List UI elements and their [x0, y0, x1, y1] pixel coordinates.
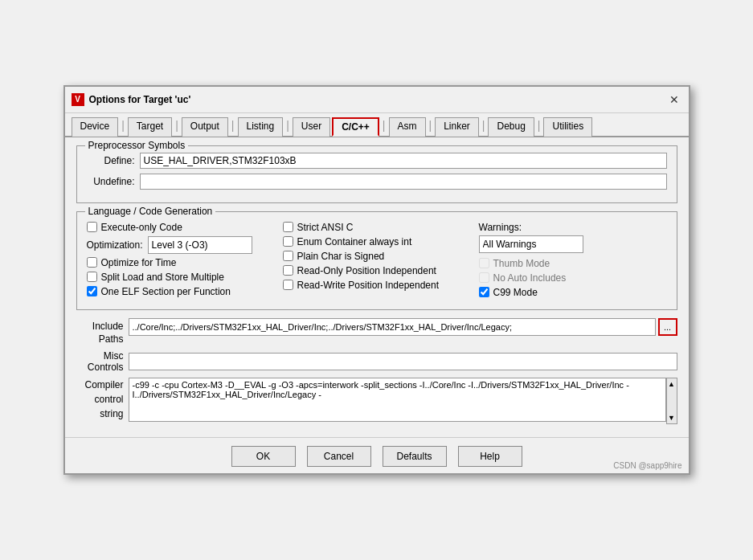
main-content: Preprocessor Symbols Define: Undefine: L… — [65, 137, 689, 437]
read-write-label: Read-Write Position Independent — [297, 280, 440, 291]
c99-mode-row: C99 Mode — [479, 287, 667, 298]
tab-sep-2: | — [174, 116, 180, 136]
plain-char-label: Plain Char is Signed — [297, 251, 385, 262]
app-icon: V — [72, 93, 84, 106]
one-elf-checkbox[interactable] — [87, 286, 97, 296]
title-bar: V Options for Target 'uc' ✕ — [65, 87, 689, 113]
dialog-title: Options for Target 'uc' — [89, 94, 191, 105]
tab-sep-5: | — [381, 116, 387, 136]
define-row: Define: — [87, 153, 667, 169]
c99-mode-label: C99 Mode — [493, 287, 538, 298]
tab-asm[interactable]: Asm — [389, 117, 426, 137]
warnings-select[interactable]: All Warnings — [479, 235, 583, 253]
execute-only-label: Execute-only Code — [101, 222, 182, 233]
dialog-footer: OK Cancel Defaults Help — [65, 437, 689, 473]
col1: Execute-only Code Optimization: Level 3 … — [87, 222, 275, 301]
compiler-label: Compilercontrolstring — [76, 378, 129, 421]
tab-bar: Device | Target | Output | Listing | Use… — [65, 113, 689, 137]
optimization-label: Optimization: — [87, 239, 143, 251]
tab-debug[interactable]: Debug — [488, 117, 534, 137]
warnings-label: Warnings: — [479, 222, 667, 233]
language-group: Language / Code Generation Execute-only … — [76, 211, 677, 310]
plain-char-row: Plain Char is Signed — [283, 251, 471, 262]
strict-ansi-checkbox[interactable] — [283, 222, 293, 232]
misc-controls-row: MiscControls — [76, 350, 677, 373]
language-group-title: Language / Code Generation — [85, 206, 216, 217]
undefine-input[interactable] — [140, 174, 667, 190]
tab-user[interactable]: User — [293, 117, 330, 137]
read-write-checkbox[interactable] — [283, 280, 293, 290]
no-auto-includes-label: No Auto Includes — [493, 272, 567, 284]
preprocessor-group-title: Preprocessor Symbols — [85, 140, 189, 151]
thumb-mode-row: Thumb Mode — [479, 258, 667, 269]
defaults-button[interactable]: Defaults — [383, 446, 447, 467]
cancel-button[interactable]: Cancel — [307, 446, 371, 467]
read-only-row: Read-Only Position Independent — [283, 265, 471, 276]
help-button[interactable]: Help — [458, 446, 522, 467]
include-paths-input[interactable] — [129, 318, 656, 336]
options-dialog: V Options for Target 'uc' ✕ Device | Tar… — [63, 85, 690, 475]
read-only-label: Read-Only Position Independent — [297, 265, 436, 276]
misc-controls-input[interactable] — [129, 353, 677, 370]
tab-utilities[interactable]: Utilities — [543, 117, 592, 137]
optimization-select[interactable]: Level 3 (-O3) — [148, 236, 252, 254]
include-paths-label: IncludePaths — [76, 318, 129, 345]
compiler-textarea-wrapper: -c99 -c -cpu Cortex-M3 -D__EVAL -g -O3 -… — [129, 378, 677, 424]
split-load-label: Split Load and Store Multiple — [101, 272, 224, 283]
tab-listing[interactable]: Listing — [238, 117, 284, 137]
browse-button[interactable]: ... — [658, 318, 677, 336]
ok-button[interactable]: OK — [231, 446, 296, 467]
compiler-scrollbar[interactable]: ▲ ▼ — [666, 378, 677, 424]
optimize-time-checkbox[interactable] — [87, 257, 97, 268]
tab-sep-1: | — [120, 116, 126, 136]
define-input[interactable] — [140, 153, 667, 169]
c99-mode-checkbox[interactable] — [479, 287, 489, 297]
tab-sep-7: | — [481, 116, 487, 136]
no-auto-includes-checkbox — [479, 272, 489, 283]
enum-container-label: Enum Container always int — [297, 236, 412, 247]
compiler-row: Compilercontrolstring -c99 -c -cpu Corte… — [76, 378, 677, 424]
tab-linker[interactable]: Linker — [435, 117, 479, 137]
strict-ansi-row: Strict ANSI C — [283, 222, 471, 233]
optimization-row: Optimization: Level 3 (-O3) — [87, 236, 275, 254]
enum-container-checkbox[interactable] — [283, 236, 293, 247]
execute-only-checkbox[interactable] — [87, 222, 97, 232]
enum-container-row: Enum Container always int — [283, 236, 471, 247]
tab-sep-6: | — [428, 116, 434, 136]
no-auto-includes-row: No Auto Includes — [479, 272, 667, 284]
strict-ansi-label: Strict ANSI C — [297, 222, 354, 233]
tab-sep-4: | — [284, 116, 291, 136]
close-button[interactable]: ✕ — [666, 92, 682, 108]
execute-only-row: Execute-only Code — [87, 222, 275, 233]
misc-controls-label: MiscControls — [76, 350, 129, 373]
split-load-checkbox[interactable] — [87, 272, 97, 282]
compiler-textarea[interactable]: -c99 -c -cpu Cortex-M3 -D__EVAL -g -O3 -… — [129, 378, 666, 422]
read-only-checkbox[interactable] — [283, 265, 293, 276]
tab-target[interactable]: Target — [128, 117, 172, 137]
scroll-up-arrow[interactable]: ▲ — [666, 378, 677, 390]
tab-output[interactable]: Output — [182, 117, 228, 137]
thumb-mode-label: Thumb Mode — [493, 258, 550, 269]
one-elf-row: One ELF Section per Function — [87, 286, 275, 297]
col3: Warnings: All Warnings Thumb Mode No Aut… — [479, 222, 667, 301]
one-elf-label: One ELF Section per Function — [101, 286, 231, 297]
preprocessor-group: Preprocessor Symbols Define: Undefine: — [76, 145, 677, 203]
optimize-time-label: Optimize for Time — [101, 257, 177, 268]
tab-device[interactable]: Device — [72, 117, 119, 137]
col2: Strict ANSI C Enum Container always int … — [283, 222, 471, 301]
optimize-time-row: Optimize for Time — [87, 257, 275, 268]
plain-char-checkbox[interactable] — [283, 251, 293, 261]
tab-sep-3: | — [230, 116, 236, 136]
read-write-row: Read-Write Position Independent — [283, 280, 471, 291]
optimization-wrapper: Level 3 (-O3) — [148, 236, 252, 254]
split-load-row: Split Load and Store Multiple — [87, 272, 275, 283]
include-paths-row: IncludePaths ... — [76, 318, 677, 345]
define-label: Define: — [87, 155, 135, 166]
scroll-down-arrow[interactable]: ▼ — [666, 412, 677, 423]
watermark: CSDN @sapp9hire — [613, 461, 681, 470]
tab-sep-8: | — [536, 116, 542, 136]
include-input-wrapper: ... — [129, 318, 677, 336]
warnings-wrapper: All Warnings — [479, 235, 583, 253]
tab-cpp[interactable]: C/C++ — [332, 117, 379, 137]
thumb-mode-checkbox — [479, 258, 489, 268]
